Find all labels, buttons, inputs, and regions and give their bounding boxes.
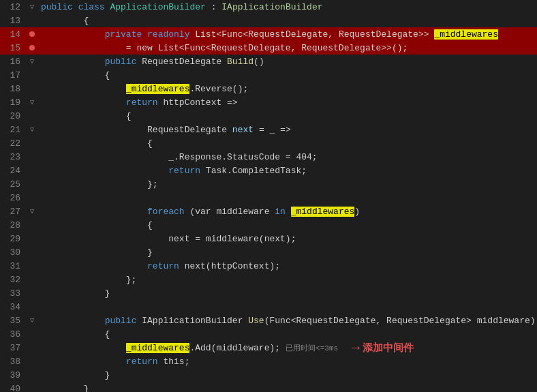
code-token: {	[41, 111, 132, 121]
highlighted-identifier: _middlewares	[434, 29, 498, 40]
code-line: 29 next = middleware(next);	[0, 232, 537, 245]
collapse-icon[interactable]: ▽	[30, 98, 34, 106]
line-code-content: }	[38, 368, 537, 382]
code-token: return	[126, 97, 158, 108]
line-number: 38	[0, 355, 26, 368]
code-token	[41, 57, 105, 67]
code-token: public	[105, 316, 137, 326]
collapse-icon[interactable]: ▽	[30, 57, 34, 65]
code-token	[41, 357, 126, 367]
code-line: 30 }	[0, 245, 537, 259]
line-number: 37	[0, 341, 26, 355]
code-line: 40 }	[0, 382, 537, 392]
line-gutter[interactable]: ▽	[26, 205, 38, 218]
code-token: Use	[248, 316, 264, 326]
code-line: 23 _.Response.StatusCode = 404;	[0, 150, 537, 164]
line-code-content: };	[38, 273, 537, 286]
code-token: foreach	[147, 207, 185, 217]
code-token: class	[78, 2, 105, 12]
line-number: 15	[0, 41, 26, 55]
code-token: RequestDelegate	[41, 125, 232, 135]
time-badge: 已用时间<=3ms	[286, 343, 338, 353]
collapse-icon[interactable]: ▽	[30, 3, 34, 11]
code-token: {	[41, 16, 89, 26]
code-line: 38 return this;	[0, 355, 537, 368]
code-token: in	[275, 207, 286, 217]
line-code-content	[38, 191, 537, 205]
code-line: 20 {	[0, 109, 537, 123]
line-code-content: private readonly List<Func<RequestDelega…	[38, 27, 537, 41]
code-token: {	[41, 329, 110, 340]
line-gutter[interactable]: ▽	[26, 314, 38, 327]
breakpoint-dot[interactable]	[29, 45, 35, 50]
line-code-content: };	[38, 177, 537, 191]
line-gutter[interactable]: ▽	[26, 55, 38, 68]
line-code-content: return next(httpContext);	[38, 259, 537, 273]
code-token	[73, 2, 78, 12]
code-token: Task.CompletedTask;	[200, 166, 307, 176]
line-gutter	[26, 327, 38, 341]
line-code-content: {	[38, 109, 537, 123]
line-gutter	[26, 245, 38, 259]
line-code-content	[38, 300, 537, 314]
collapse-icon[interactable]: ▽	[30, 125, 34, 134]
line-gutter	[26, 41, 38, 55]
arrow-icon: →	[352, 340, 360, 356]
line-code-content: foreach (var middleware in _middlewares)	[38, 205, 537, 218]
line-gutter	[26, 382, 38, 392]
line-gutter	[26, 273, 38, 286]
line-gutter	[26, 164, 38, 177]
line-gutter	[26, 218, 38, 232]
code-line: 22 {	[0, 136, 537, 150]
code-token	[41, 343, 126, 353]
code-token: }	[41, 370, 110, 380]
code-token: IApplicationBuilder	[136, 316, 248, 326]
line-number: 23	[0, 150, 26, 164]
code-line: 37 _middlewares.Add(middleware);已用时间<=3m…	[0, 341, 537, 355]
collapse-icon[interactable]: ▽	[30, 207, 34, 215]
code-token: {	[41, 138, 153, 149]
code-token: next	[232, 125, 254, 135]
line-gutter[interactable]: ▽	[26, 0, 38, 14]
code-line: 12▽public class ApplicationBuilder : IAp…	[0, 0, 537, 14]
code-line: 19▽ return httpContext =>	[0, 95, 537, 109]
code-token	[41, 207, 147, 217]
code-line: 33 }	[0, 286, 537, 300]
code-token: RequestDelegate	[136, 57, 227, 67]
line-gutter	[26, 136, 38, 150]
code-token: )	[354, 207, 360, 217]
code-line: 17 {	[0, 68, 537, 82]
line-gutter	[26, 286, 38, 300]
line-gutter[interactable]: ▽	[26, 95, 38, 109]
line-gutter[interactable]: ▽	[26, 123, 38, 136]
line-number: 31	[0, 259, 26, 273]
breakpoint-dot[interactable]	[29, 31, 35, 37]
line-code-content: public class ApplicationBuilder : IAppli…	[38, 0, 537, 14]
code-token: {	[41, 70, 110, 80]
code-token: (var middleware	[185, 207, 275, 217]
code-token: }	[41, 247, 153, 258]
code-token: return	[168, 166, 200, 176]
line-gutter	[26, 300, 38, 314]
code-token: next(httpContext);	[179, 261, 280, 271]
line-number: 35	[0, 314, 26, 327]
code-line: 35▽ public IApplicationBuilder Use(Func<…	[0, 314, 537, 327]
line-number: 19	[0, 95, 26, 109]
code-line: 16▽ public RequestDelegate Build()	[0, 55, 537, 68]
line-number: 22	[0, 136, 26, 150]
line-gutter	[26, 341, 38, 355]
code-token: Build	[227, 57, 254, 67]
annotation-arrow-container: →添加中间件	[352, 340, 414, 356]
line-code-content: _.Response.StatusCode = 404;	[38, 150, 537, 164]
line-code-content: {	[38, 68, 537, 82]
line-number: 34	[0, 300, 26, 314]
line-gutter	[26, 82, 38, 95]
line-number: 14	[0, 27, 26, 41]
collapse-icon[interactable]: ▽	[30, 316, 34, 325]
code-line: 26	[0, 191, 537, 205]
line-number: 33	[0, 286, 26, 300]
line-number: 25	[0, 177, 26, 191]
line-number: 21	[0, 123, 26, 136]
line-gutter	[26, 259, 38, 273]
code-line: 14 private readonly List<Func<RequestDel…	[0, 27, 537, 41]
